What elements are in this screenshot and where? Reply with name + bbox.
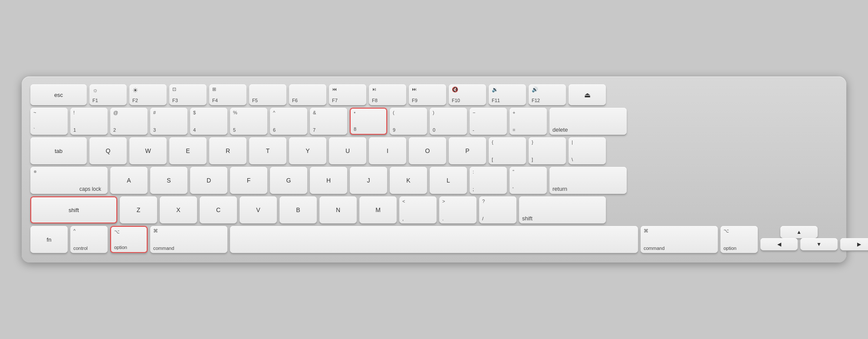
number-row: ~ ` ! 1 @ 2 # 3 $ 4 % 5 ^ 6 & 7 (30, 108, 838, 135)
key-t[interactable]: T (249, 137, 286, 164)
key-rbracket[interactable]: } ] (529, 137, 566, 164)
key-d[interactable]: D (190, 167, 227, 194)
key-s[interactable]: S (150, 167, 187, 194)
key-f7[interactable]: ⏮ F7 (329, 84, 366, 105)
key-arrow-left[interactable]: ◀ (760, 238, 798, 250)
key-option-right[interactable]: ⌥ option (720, 226, 758, 253)
caps-row: caps lock A S D F G H J K L : ; (30, 167, 838, 194)
shift-row: shift Z X C V B N M < , > . (30, 196, 838, 223)
key-arrow-down[interactable]: ▼ (800, 238, 838, 250)
key-equals[interactable]: + = (510, 108, 547, 135)
arrow-key-cluster: ▲ ◀ ▼ ▶ (760, 226, 838, 253)
key-f6[interactable]: F6 (289, 84, 326, 105)
key-return[interactable]: return (549, 167, 627, 194)
key-g[interactable]: G (270, 167, 307, 194)
key-e[interactable]: E (169, 137, 207, 164)
key-l[interactable]: L (430, 167, 467, 194)
key-shift-right[interactable]: shift (519, 196, 606, 223)
key-f8[interactable]: ⏯ F8 (369, 84, 406, 105)
key-c[interactable]: C (200, 196, 237, 223)
key-slash[interactable]: ? / (479, 196, 516, 223)
key-tilde[interactable]: ~ ` (30, 108, 68, 135)
key-f9[interactable]: ⏭ F9 (409, 84, 446, 105)
keyboard: esc ☼ F1 ☀ F2 ⊡ F3 ⊞ F4 F5 F6 ⏮ F7 ⏯ (22, 76, 846, 263)
key-command-left[interactable]: ⌘ command (150, 226, 227, 253)
key-control[interactable]: ^ control (70, 226, 108, 253)
key-y[interactable]: Y (289, 137, 326, 164)
key-o[interactable]: O (409, 137, 446, 164)
key-backslash[interactable]: | \ (569, 137, 606, 164)
key-v[interactable]: V (240, 196, 277, 223)
bottom-row: fn ^ control ⌥ option ⌘ command ⌘ comman… (30, 226, 838, 253)
key-k[interactable]: K (390, 167, 427, 194)
key-0[interactable]: ) 0 (430, 108, 467, 135)
key-f12[interactable]: 🔊 F12 (529, 84, 566, 105)
key-arrow-right[interactable]: ▶ (840, 238, 868, 250)
key-x[interactable]: X (160, 196, 197, 223)
key-w[interactable]: W (129, 137, 167, 164)
key-b[interactable]: B (279, 196, 317, 223)
key-tab[interactable]: tab (30, 137, 87, 164)
key-f1[interactable]: ☼ F1 (89, 84, 127, 105)
key-a[interactable]: A (110, 167, 148, 194)
key-fn[interactable]: fn (30, 226, 68, 253)
key-j[interactable]: J (350, 167, 387, 194)
key-capslock[interactable]: caps lock (30, 167, 108, 194)
key-eject[interactable]: ⏏ (569, 84, 606, 105)
key-quote[interactable]: " ' (510, 167, 547, 194)
fn-row: esc ☼ F1 ☀ F2 ⊡ F3 ⊞ F4 F5 F6 ⏮ F7 ⏯ (30, 84, 838, 105)
key-space[interactable] (230, 226, 638, 253)
tab-row: tab Q W E R T Y U I O P (30, 137, 838, 164)
key-f2[interactable]: ☀ F2 (129, 84, 167, 105)
key-5[interactable]: % 5 (230, 108, 267, 135)
key-p[interactable]: P (449, 137, 486, 164)
key-8[interactable]: * 8 (350, 108, 387, 135)
key-u[interactable]: U (329, 137, 366, 164)
key-f5[interactable]: F5 (249, 84, 286, 105)
key-f11[interactable]: 🔉 F11 (489, 84, 526, 105)
key-esc[interactable]: esc (30, 84, 87, 105)
key-option-left[interactable]: ⌥ option (110, 226, 148, 253)
key-f4[interactable]: ⊞ F4 (209, 84, 247, 105)
key-z[interactable]: Z (120, 196, 157, 223)
key-4[interactable]: $ 4 (190, 108, 227, 135)
key-comma[interactable]: < , (399, 196, 437, 223)
key-f10[interactable]: 🔇 F10 (449, 84, 486, 105)
key-arrow-up[interactable]: ▲ (780, 226, 818, 238)
key-q[interactable]: Q (89, 137, 127, 164)
key-i[interactable]: I (369, 137, 406, 164)
key-h[interactable]: H (310, 167, 347, 194)
key-lbracket[interactable]: { [ (489, 137, 526, 164)
key-r[interactable]: R (209, 137, 247, 164)
key-9[interactable]: ( 9 (390, 108, 427, 135)
key-3[interactable]: # 3 (150, 108, 187, 135)
key-command-right[interactable]: ⌘ command (641, 226, 718, 253)
key-1[interactable]: ! 1 (70, 108, 108, 135)
key-f3[interactable]: ⊡ F3 (169, 84, 207, 105)
key-m[interactable]: M (359, 196, 397, 223)
key-f[interactable]: F (230, 167, 267, 194)
key-2[interactable]: @ 2 (110, 108, 148, 135)
key-6[interactable]: ^ 6 (270, 108, 307, 135)
key-n[interactable]: N (319, 196, 357, 223)
key-minus[interactable]: − - (470, 108, 507, 135)
key-semicolon[interactable]: : ; (470, 167, 507, 194)
key-7[interactable]: & 7 (310, 108, 347, 135)
key-delete[interactable]: delete (549, 108, 627, 135)
key-shift-left[interactable]: shift (30, 196, 117, 223)
key-period[interactable]: > . (439, 196, 477, 223)
